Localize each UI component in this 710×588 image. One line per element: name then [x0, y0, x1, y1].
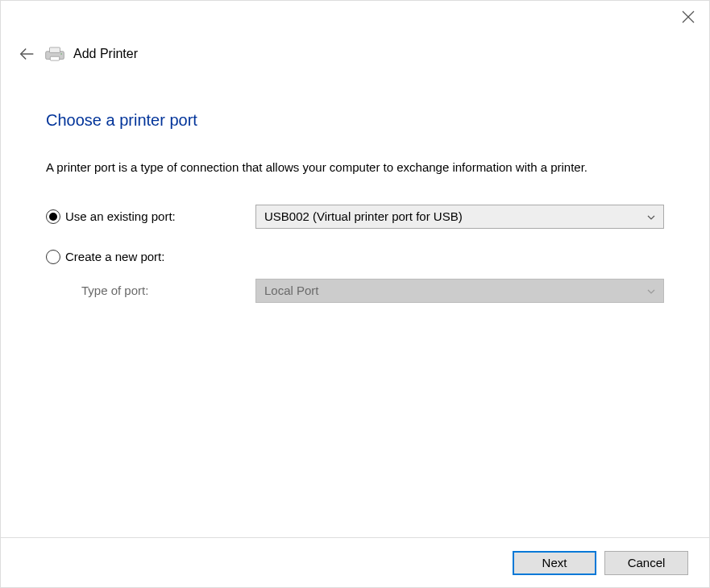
back-button[interactable]: [19, 45, 36, 63]
wizard-header: Add Printer: [1, 1, 709, 63]
svg-rect-4: [50, 48, 60, 53]
wizard-title: Add Printer: [73, 47, 138, 61]
radio-new-port-label: Create a new port:: [65, 250, 164, 263]
close-icon: [682, 10, 695, 23]
chevron-down-icon: [647, 212, 655, 222]
option-existing-port-row: Use an existing port: USB002 (Virtual pr…: [46, 205, 664, 229]
port-type-value: Local Port: [264, 284, 319, 297]
port-type-dropdown: Local Port: [255, 279, 664, 303]
radio-existing-port[interactable]: Use an existing port:: [46, 209, 255, 224]
printer-icon: [44, 46, 65, 62]
radio-existing-port-label: Use an existing port:: [65, 209, 176, 223]
page-heading: Choose a printer port: [46, 111, 664, 130]
chevron-down-icon: [647, 286, 655, 296]
svg-rect-5: [50, 56, 59, 60]
radio-icon: [46, 209, 60, 224]
port-type-label: Type of port:: [46, 284, 255, 297]
svg-point-6: [60, 53, 62, 55]
wizard-content: Choose a printer port A printer port is …: [1, 63, 709, 303]
page-description: A printer port is a type of connection t…: [46, 159, 664, 177]
next-button[interactable]: Next: [513, 551, 596, 575]
existing-port-dropdown[interactable]: USB002 (Virtual printer port for USB): [255, 205, 664, 229]
close-button[interactable]: [682, 10, 695, 23]
back-arrow-icon: [19, 45, 36, 63]
port-type-row: Type of port: Local Port: [46, 279, 664, 303]
existing-port-value: USB002 (Virtual printer port for USB): [264, 209, 463, 223]
radio-new-port[interactable]: Create a new port:: [46, 250, 255, 264]
option-new-port-row: Create a new port:: [46, 250, 664, 264]
cancel-button[interactable]: Cancel: [604, 551, 688, 575]
wizard-footer: Next Cancel: [1, 537, 709, 587]
radio-icon: [46, 250, 60, 264]
